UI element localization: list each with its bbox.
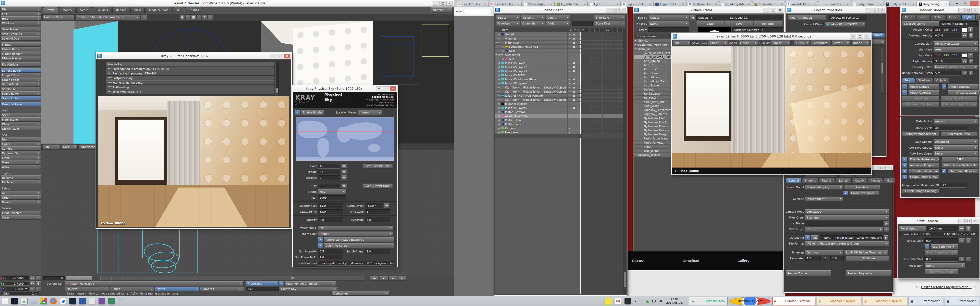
expand-icon[interactable]: ⊕ [497,66,501,68]
active-checkbox[interactable] [567,118,572,122]
filter-by-dropdown[interactable]: Name [648,21,689,26]
sidebar-item[interactable]: Edit▼ [0,12,41,16]
ambient-intensity-envelope[interactable]: E [969,33,974,38]
pinned-app-icon[interactable] [97,297,106,305]
close-icon[interactable]: × [885,166,892,170]
active-checkbox[interactable] [567,57,572,61]
undo-levels-field[interactable]: 40 [933,126,966,130]
range-field[interactable]: 5 m [933,71,961,76]
panel-scrollbar[interactable] [881,48,884,94]
close-icon[interactable]: × [619,8,626,13]
kray-tab[interactable]: Final G_ [819,178,835,183]
maximize-icon[interactable]: □ [612,8,619,13]
lock-toggle[interactable] [576,98,580,101]
expand-icon[interactable]: ⊕ [501,49,505,52]
close-icon[interactable]: × [864,34,870,39]
delete-key-button[interactable]: Delete Keydel [331,292,390,295]
autokey-checkbox[interactable]: ✓ [279,281,284,286]
time-zone-field[interactable]: 1 [365,209,390,214]
visibility-toggle[interactable]: ▦ [572,81,576,85]
active-checkbox[interactable] [567,44,572,48]
render-globals-tab[interactable]: Gene_ [902,14,916,20]
item-timeline-track[interactable] [580,32,623,36]
item-timeline-track[interactable] [580,130,623,134]
affect-specular-toggle[interactable]: Affect Specular [948,84,979,89]
sidebar-item[interactable]: Help▼ [0,16,41,21]
item-timeline-track[interactable] [580,77,623,81]
scene-item-row[interactable]: ⊕ Ablak_Haloszoba ✓ • [495,114,623,118]
active-checkbox[interactable]: ✓ [567,61,572,65]
world-map[interactable] [296,117,394,161]
y-envelope-button[interactable]: E [36,281,41,286]
sidebar-item[interactable]: Rename*N [0,176,41,180]
scene-item-row[interactable]: ⊕ Sun • [495,57,623,61]
sidebar-item[interactable]: From Scene [0,117,41,122]
file-menu-button[interactable]: File [673,41,690,45]
create-key-button[interactable]: Create Keyret [279,287,337,291]
affect-opengl-toggle[interactable]: Affect OpenGL [908,90,939,95]
lock-toggle[interactable] [576,89,580,94]
autokey-management-button[interactable]: Autokey Management [902,132,939,136]
firefox-pinned-icon[interactable] [49,297,58,305]
sidebar-item[interactable]: Replace [0,171,41,175]
active-checkbox[interactable] [567,110,572,114]
lens-flare-options-button[interactable]: Lens Flare Options [940,96,978,101]
custom-cmd-field[interactable]: tonemapdefine skytm,desaturate,0.7;backg… [318,261,393,266]
pixel-order-dropdown[interactable]: Scanline [805,215,889,220]
file-format-dropdown[interactable]: JPG Joint Photographic experts Group [805,241,889,246]
visibility-toggle[interactable] [572,53,576,57]
exp-field[interactable]: 1.0 [830,256,844,261]
visibility-toggle[interactable] [572,102,576,106]
scene-item-row[interactable]: ▼ ⊕ Plafonspot ▦ [495,41,623,44]
taskbar-window-button[interactable]: Számológép [945,297,979,305]
menu-tab[interactable]: I/O [172,7,184,13]
output-on-checkbox[interactable]: ✓ [805,235,810,240]
pinned-app-icon[interactable] [107,297,116,305]
item-category-button[interactable]: Lights+L [155,287,199,291]
lock-toggle[interactable] [576,36,580,40]
expand-icon[interactable]: ⊕ [497,54,501,56]
maximize-icon[interactable]: □ [770,8,776,13]
visibility-toggle[interactable]: ▦ [572,106,576,109]
item-timeline-track[interactable] [580,102,623,106]
item-timeline-track[interactable] [580,41,623,44]
affect-specular-checkbox[interactable]: ✓ [942,84,947,89]
tab-close-icon[interactable]: × [814,3,816,6]
sidebar-item[interactable]: Lights▼ [0,142,41,146]
parameter-field[interactable]: 1.8 [805,256,821,261]
item-timeline-track[interactable] [580,61,623,65]
active-checkbox[interactable] [567,102,572,106]
threaded-mesh-checkbox[interactable]: ✓ [902,169,907,174]
light-color-swatch[interactable] [962,53,967,58]
minimize-icon[interactable]: − [958,219,965,224]
taskbar-window-button[interactable]: Modeler™ NewTe... [817,297,861,305]
expand-icon[interactable]: ⊕ [497,115,501,117]
focal-spinner[interactable]: ◀ ▶ [959,226,965,231]
scene-editor-menu-button[interactable]: Channels [520,21,545,26]
display-mode-dropdown[interactable]: Linear [771,41,791,45]
sidebar-item[interactable]: File▼ [0,7,41,11]
maximize-icon[interactable]: □ [878,166,885,170]
save-options-dropdown[interactable]: Advanced [933,140,978,144]
vshift-envelope[interactable]: E [966,238,971,243]
intensity-falloff-dropdown[interactable]: Inverse Distance ^ 2 [933,65,978,70]
render-globals-tab[interactable]: Lights [961,14,975,20]
save-button[interactable]: Save [725,21,753,26]
visibility-toggle[interactable]: • [572,126,576,130]
view2-axis-dropdown[interactable]: (XZ) [61,144,78,149]
lock-toggle[interactable] [576,130,580,134]
webpage-link[interactable]: Download [682,259,699,263]
thumbnail-review-checkbox[interactable]: ✓ [942,169,947,174]
render-globals-tab[interactable]: Rend_ [917,14,931,20]
light-intensity-envelope[interactable]: E [969,59,974,64]
properties-button[interactable]: Propertiesp [246,281,278,286]
sidebar-item[interactable]: Object Layer [0,127,41,131]
viewport-control-icon[interactable]: ⌂ [208,15,213,20]
fspe-toggle[interactable]: FSPE [942,157,979,162]
lock-toggle[interactable] [576,118,580,122]
scene-item-row[interactable]: ⊕ spotlampa_kerek_v01 ▦ [495,44,623,49]
visibility-toggle[interactable]: ▦ [572,98,576,101]
sidebar-item[interactable]: Scene Editor [0,96,41,100]
expand-icon[interactable]: ⊕ [497,94,501,97]
sun-intensity-field[interactable]: 0.5 [318,249,343,254]
